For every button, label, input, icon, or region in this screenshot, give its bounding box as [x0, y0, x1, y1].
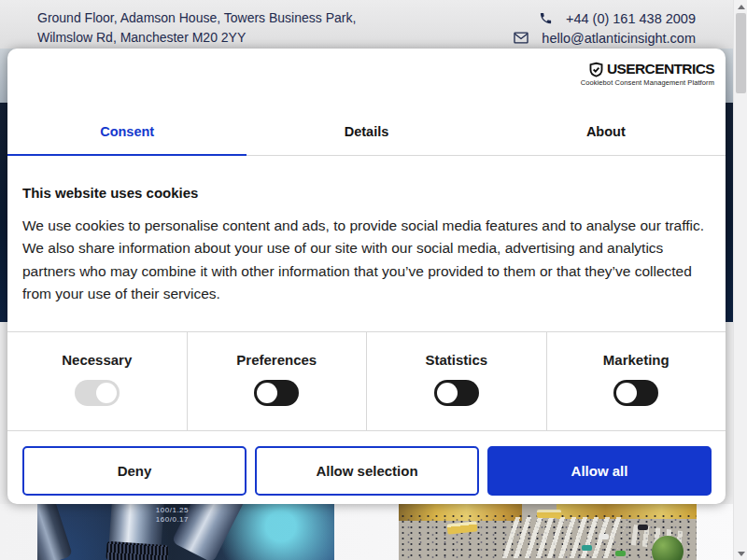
car-shape	[599, 534, 609, 539]
microscope-image: 100/1.25 160/0.17	[37, 504, 334, 560]
category-necessary: Necessary	[7, 332, 188, 430]
address-line-2: Wilmslow Rd, Manchester M20 2YY	[37, 28, 356, 48]
cookie-consent-dialog: USERCENTRICS Cookiebot Consent Managemen…	[7, 49, 726, 504]
category-label: Statistics	[367, 352, 546, 368]
category-statistics: Statistics	[367, 332, 547, 430]
necessary-toggle	[75, 380, 120, 406]
scroll-down-button[interactable]	[734, 547, 747, 560]
usercentrics-logo[interactable]: USERCENTRICS Cookiebot Consent Managemen…	[581, 61, 714, 87]
car-shape	[582, 545, 592, 551]
scrollbar-thumb[interactable]	[736, 13, 746, 93]
allow-all-button[interactable]: Allow all	[487, 446, 712, 496]
tab-details[interactable]: Details	[247, 107, 486, 155]
lens-marking-2: 160/0.17	[95, 515, 189, 525]
car-shape	[615, 551, 626, 556]
lens-markings: 100/1.25 160/0.17	[95, 506, 189, 525]
category-marketing: Marketing	[547, 332, 726, 430]
category-preferences: Preferences	[188, 332, 368, 430]
consent-tabs: Consent Details About	[7, 107, 726, 156]
brand-name: USERCENTRICS	[607, 61, 714, 77]
toggle-knob	[257, 383, 277, 403]
consent-buttons: Deny Allow selection Allow all	[22, 446, 712, 496]
city-crossing-image	[399, 504, 697, 560]
dialog-description: We use cookies to personalise content an…	[22, 215, 706, 305]
lens-marking-1: 100/1.25	[95, 506, 189, 515]
arrow-down-icon	[738, 552, 745, 556]
deny-button[interactable]: Deny	[22, 446, 247, 496]
category-label: Necessary	[7, 352, 187, 368]
car-shape	[638, 525, 648, 530]
email-address: hello@atlanticinsight.com	[542, 31, 696, 46]
toggle-knob	[96, 383, 117, 403]
arrow-up-icon	[738, 5, 745, 9]
crosswalk-shape	[502, 517, 627, 558]
statistics-toggle[interactable]	[434, 380, 479, 406]
envelope-icon	[514, 32, 529, 44]
lens-shape	[37, 504, 73, 560]
allow-selection-button[interactable]: Allow selection	[255, 446, 479, 496]
tab-consent[interactable]: Consent	[7, 107, 247, 155]
contact-address: Ground Floor, Adamson House, Towers Busi…	[37, 8, 356, 48]
tree-shape	[652, 536, 684, 560]
shield-check-icon	[588, 62, 604, 77]
toggle-knob	[616, 383, 637, 403]
tab-about[interactable]: About	[486, 107, 726, 155]
toggle-knob	[437, 383, 458, 403]
phone-link[interactable]: +44 (0) 161 438 2009	[514, 8, 696, 28]
category-label: Marketing	[547, 352, 726, 368]
cookie-categories: Necessary Preferences Statistics Marketi…	[7, 331, 726, 431]
preferences-toggle[interactable]	[254, 380, 299, 406]
phone-icon	[539, 11, 553, 25]
address-line-1: Ground Floor, Adamson House, Towers Busi…	[37, 8, 356, 28]
email-link[interactable]: hello@atlanticinsight.com	[514, 28, 696, 48]
scroll-up-button[interactable]	[734, 0, 747, 13]
brand-tagline: Cookiebot Consent Management Platform	[581, 78, 714, 87]
topbar-contacts: +44 (0) 161 438 2009 hello@atlanticinsig…	[514, 8, 696, 48]
category-label: Preferences	[188, 352, 367, 368]
marketing-toggle[interactable]	[613, 380, 658, 406]
bus-shape	[537, 510, 561, 518]
phone-number: +44 (0) 161 438 2009	[566, 11, 696, 26]
dialog-title: This website uses cookies	[22, 185, 198, 201]
site-topbar: Ground Floor, Adamson House, Towers Busi…	[0, 0, 747, 49]
lens-grip-shape	[106, 541, 168, 560]
scrollbar[interactable]	[733, 0, 747, 560]
